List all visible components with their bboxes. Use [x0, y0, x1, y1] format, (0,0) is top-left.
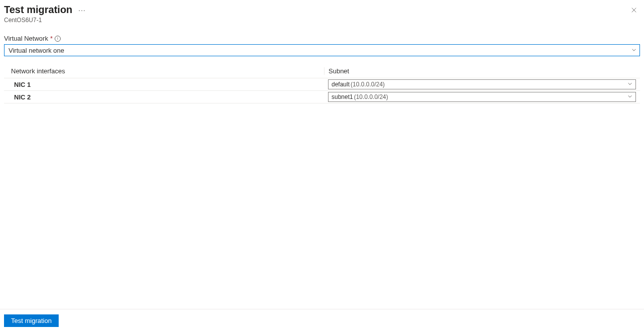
header-left: Test migration ··· CentOS6U7-1: [4, 4, 86, 24]
table-header: Network interfaces Subnet: [4, 64, 640, 78]
vnet-dropdown-value: Virtual network one: [9, 47, 64, 54]
info-icon[interactable]: i: [55, 36, 61, 42]
subnet-dropdown[interactable]: subnet1 (10.0.0.0/24): [328, 92, 636, 102]
subnet-cell: subnet1 (10.0.0.0/24): [324, 91, 640, 103]
vnet-dropdown[interactable]: Virtual network one: [4, 44, 640, 56]
vnet-label-text: Virtual Network: [4, 35, 48, 42]
test-migration-button[interactable]: Test migration: [4, 314, 59, 327]
chevron-down-icon: [627, 81, 632, 88]
required-asterisk: *: [50, 35, 53, 42]
table-row: NIC 1 default (10.0.0.0/24): [4, 78, 640, 91]
page-subtitle: CentOS6U7-1: [4, 17, 86, 24]
subnet-cidr: (10.0.0.0/24): [354, 93, 388, 100]
page-header: Test migration ··· CentOS6U7-1: [0, 0, 644, 26]
more-icon[interactable]: ···: [78, 6, 86, 14]
footer: Test migration: [0, 309, 644, 332]
title-row: Test migration ···: [4, 4, 86, 16]
nic-name: NIC 1: [4, 79, 324, 90]
nic-table: Network interfaces Subnet NIC 1 default …: [4, 64, 640, 103]
nic-name: NIC 2: [4, 91, 324, 103]
chevron-down-icon: [627, 93, 632, 100]
col-header-subnet: Subnet: [324, 67, 640, 75]
subnet-dropdown[interactable]: default (10.0.0.0/24): [328, 79, 636, 89]
subnet-cell: default (10.0.0.0/24): [324, 78, 640, 90]
subnet-cidr: (10.0.0.0/24): [351, 81, 385, 88]
close-button[interactable]: [628, 4, 640, 16]
page-title: Test migration: [4, 4, 72, 16]
form-section: Virtual Network * i Virtual network one …: [0, 26, 644, 103]
col-header-nic: Network interfaces: [4, 67, 324, 75]
subnet-name: subnet1: [332, 93, 353, 100]
subnet-name: default: [332, 81, 350, 88]
table-row: NIC 2 subnet1 (10.0.0.0/24): [4, 91, 640, 103]
chevron-down-icon: [631, 47, 636, 54]
vnet-label: Virtual Network * i: [4, 35, 640, 42]
